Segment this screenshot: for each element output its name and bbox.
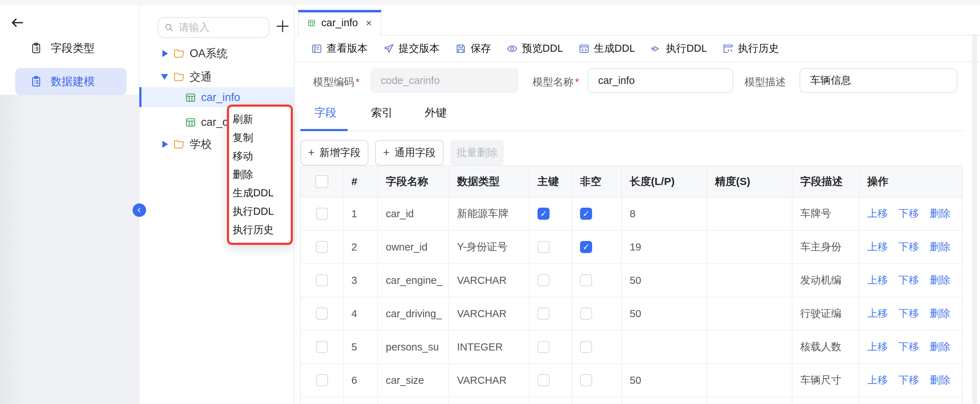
delete-link[interactable]: 删除 (930, 340, 950, 354)
cell-description[interactable]: 发动机编 (792, 264, 859, 297)
menu-item-execution-history[interactable]: 执行历史 (229, 221, 291, 239)
cell-field-name[interactable]: car_id (378, 197, 449, 231)
delete-link[interactable]: 删除 (930, 307, 950, 321)
model-desc-input[interactable]: 车辆信息 (800, 68, 957, 93)
cell-length[interactable] (622, 331, 707, 364)
add-field-button[interactable]: + 新增字段 (300, 140, 368, 165)
cell-length[interactable]: 19 (622, 231, 707, 264)
cell-precision[interactable] (707, 331, 792, 364)
move-down-link[interactable]: 下移 (899, 207, 919, 221)
menu-item-generate-ddl[interactable]: 生成DDL (229, 184, 291, 202)
cell-data-type[interactable]: Y-身份证号 (449, 231, 530, 264)
toolbar-execute-ddl-button[interactable]: 执行DDL (651, 41, 707, 56)
delete-link[interactable]: 删除 (930, 373, 950, 387)
move-up-link[interactable]: 上移 (867, 373, 888, 387)
cell-precision[interactable] (707, 231, 792, 264)
primary-key-checkbox[interactable] (538, 274, 550, 286)
cell-data-type[interactable]: VARCHAR (449, 297, 530, 331)
cell-data-type[interactable]: VARCHAR (449, 364, 530, 397)
common-field-button[interactable]: + 通用字段 (375, 140, 444, 165)
menu-item-refresh[interactable]: 刷新 (229, 110, 291, 129)
row-select-checkbox[interactable] (316, 308, 328, 320)
toolbar-view-version-button[interactable]: 查看版本 (311, 41, 368, 56)
menu-item-move[interactable]: 移动 (229, 147, 291, 165)
not-null-checkbox[interactable] (580, 341, 592, 353)
delete-link[interactable]: 删除 (930, 240, 950, 254)
move-down-link[interactable]: 下移 (899, 373, 919, 387)
toolbar-generate-ddl-button[interactable]: 生成DDL (579, 41, 635, 56)
toolbar-preview-ddl-button[interactable]: 预览DDL (507, 41, 563, 56)
tab-indexes[interactable]: 索引 (371, 105, 393, 120)
panel-collapse-button[interactable] (133, 204, 146, 217)
batch-delete-button[interactable]: 批量删除 (450, 140, 504, 165)
cell-length[interactable]: 50 (622, 264, 707, 297)
move-down-link[interactable]: 下移 (899, 273, 919, 288)
toolbar-submit-version-button[interactable]: 提交版本 (383, 41, 440, 56)
primary-key-checkbox[interactable] (538, 374, 550, 386)
sidebar-item-data-modeling[interactable]: 数据建模 (15, 68, 127, 95)
delete-link[interactable]: 删除 (930, 207, 950, 221)
tab-close-icon[interactable]: × (366, 17, 372, 29)
row-select-checkbox[interactable] (316, 274, 328, 286)
tree-node-school[interactable]: 学校 (162, 136, 212, 153)
cell-field-name[interactable]: persons_su (378, 331, 449, 364)
cell-description[interactable]: 车牌号 (792, 197, 859, 231)
chevron-right-icon[interactable] (162, 50, 168, 57)
cell-description[interactable]: 核载人数 (792, 331, 859, 364)
menu-item-execute-ddl[interactable]: 执行DDL (229, 202, 291, 221)
move-down-link[interactable]: 下移 (899, 240, 919, 254)
back-button[interactable] (10, 15, 25, 30)
move-up-link[interactable]: 上移 (867, 240, 888, 254)
sidebar-item-field-types[interactable]: 字段类型 (15, 35, 127, 62)
menu-item-copy[interactable]: 复制 (229, 129, 291, 147)
cell-data-type[interactable]: INTEGER (449, 331, 530, 364)
cell-field-name[interactable]: car_driving_ (378, 297, 449, 331)
tree-node-oa[interactable]: OA系统 (162, 45, 228, 62)
cell-length[interactable]: 8 (622, 197, 707, 231)
menu-item-delete[interactable]: 删除 (229, 165, 291, 184)
row-select-checkbox[interactable] (316, 374, 328, 386)
toolbar-execution-history-button[interactable]: 执行历史 (722, 41, 779, 56)
not-null-checkbox[interactable] (580, 374, 592, 386)
tree-node-traffic[interactable]: 交通 (161, 69, 212, 85)
chevron-down-icon[interactable] (161, 74, 168, 80)
not-null-checkbox[interactable] (580, 241, 592, 253)
move-down-link[interactable]: 下移 (899, 340, 919, 354)
vertical-scrollbar[interactable] (972, 33, 977, 404)
cell-precision[interactable] (707, 264, 792, 297)
primary-key-checkbox[interactable] (538, 208, 550, 220)
cell-description[interactable]: 行驶证编 (792, 297, 859, 331)
cell-field-name[interactable]: car_size (378, 364, 449, 397)
cell-length[interactable]: 50 (622, 297, 707, 331)
cell-description[interactable]: 车辆尺寸 (792, 364, 859, 397)
tree-node-car-info[interactable]: car_info (185, 89, 240, 106)
cell-precision[interactable] (707, 297, 792, 331)
cell-data-type[interactable]: VARCHAR (449, 264, 530, 297)
cell-field-name[interactable]: car_engine_ (378, 264, 449, 297)
cell-data-type[interactable]: 新能源车牌 (449, 197, 530, 231)
chevron-right-icon[interactable] (162, 141, 168, 148)
cell-precision[interactable] (707, 364, 792, 397)
row-select-checkbox[interactable] (316, 208, 328, 220)
primary-key-checkbox[interactable] (538, 341, 550, 353)
cell-description[interactable]: 车主身份 (792, 231, 859, 264)
move-up-link[interactable]: 上移 (867, 273, 888, 288)
not-null-checkbox[interactable] (580, 308, 592, 320)
move-up-link[interactable]: 上移 (867, 340, 888, 354)
move-up-link[interactable]: 上移 (867, 307, 888, 321)
select-all-checkbox[interactable] (315, 175, 328, 188)
tab-foreign-keys[interactable]: 外键 (425, 105, 447, 120)
row-select-checkbox[interactable] (316, 341, 328, 353)
tab-car-info[interactable]: car_info × (298, 10, 381, 36)
model-name-input[interactable]: car_info (587, 68, 733, 93)
tree-search-input[interactable]: 请输入 (158, 17, 269, 38)
primary-key-checkbox[interactable] (538, 308, 550, 320)
not-null-checkbox[interactable] (580, 274, 592, 286)
toolbar-save-button[interactable]: 保存 (455, 41, 491, 56)
cell-precision[interactable] (707, 197, 792, 231)
delete-link[interactable]: 删除 (930, 273, 950, 288)
row-select-checkbox[interactable] (316, 241, 328, 253)
not-null-checkbox[interactable] (580, 208, 592, 220)
cell-length[interactable]: 50 (622, 364, 707, 397)
move-down-link[interactable]: 下移 (899, 307, 919, 321)
